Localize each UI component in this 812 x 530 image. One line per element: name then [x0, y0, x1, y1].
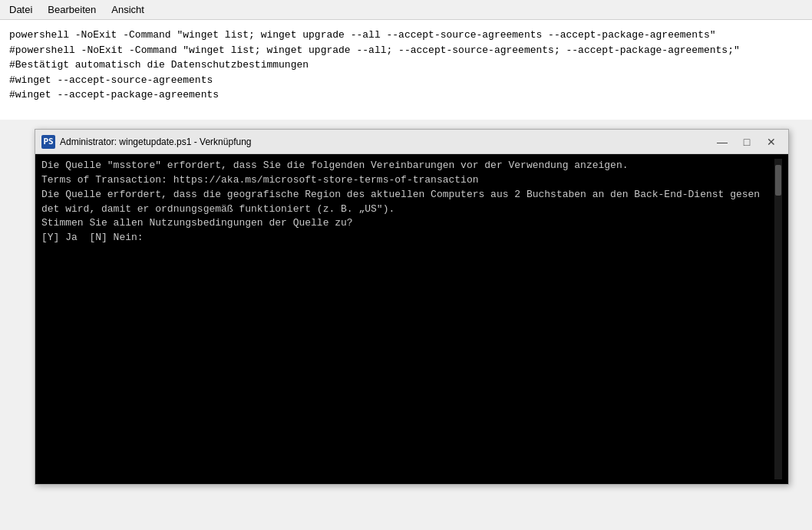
editor-line-3: #Bestätigt automatisch die Datenschutzbe…: [9, 58, 803, 73]
ps-terminal-body[interactable]: Die Quelle "msstore" erfordert, dass Sie…: [35, 154, 788, 484]
ps-terminal-line-6: Stimmen Sie allen Nutzungsbedingungen de…: [41, 216, 773, 231]
menu-datei[interactable]: Datei: [3, 2, 38, 18]
ps-app-icon: PS: [41, 135, 55, 149]
ps-terminal-line-7: [Y] Ja [N] Nein:: [41, 231, 773, 245]
ps-terminal-content: Die Quelle "msstore" erfordert, dass Sie…: [41, 159, 773, 479]
ps-scrollbar-thumb: [775, 165, 781, 196]
ps-terminal-line-3: Die Quelle erfordert, dass die geografis…: [41, 188, 773, 202]
close-button[interactable]: ✕: [761, 134, 782, 150]
ps-scrollbar[interactable]: [774, 159, 782, 479]
minimize-button[interactable]: —: [711, 134, 733, 150]
editor-line-4: #winget --accept-source-agreements: [9, 73, 803, 88]
menu-bearbeiten[interactable]: Bearbeiten: [41, 2, 102, 18]
ps-titlebar: PS Administrator: wingetupdate.ps1 - Ver…: [35, 130, 788, 154]
ps-terminal-line-1: Die Quelle "msstore" erfordert, dass Sie…: [41, 159, 773, 173]
ps-terminal-line-4: det wird, damit er ordnungsgemäß funktio…: [41, 202, 773, 217]
editor-area[interactable]: powershell -NoExit -Command "winget list…: [0, 20, 812, 120]
ps-window: PS Administrator: wingetupdate.ps1 - Ver…: [35, 129, 789, 485]
ps-icon-label: PS: [43, 137, 53, 146]
maximize-button[interactable]: □: [736, 134, 758, 150]
ps-terminal-line-2: Terms of Transaction: https://aka.ms/mic…: [41, 173, 773, 188]
ps-titlebar-controls: — □ ✕: [711, 134, 782, 150]
menu-bar: Datei Bearbeiten Ansicht: [0, 0, 812, 20]
editor-line-5: #winget --accept-package-agreements: [9, 87, 803, 103]
editor-line-1: powershell -NoExit -Command "winget list…: [9, 28, 803, 43]
menu-ansicht[interactable]: Ansicht: [105, 2, 150, 18]
editor-line-2: #powershell -NoExit -Command "winget lis…: [9, 43, 803, 58]
ps-titlebar-left: PS Administrator: wingetupdate.ps1 - Ver…: [41, 135, 251, 149]
ps-title-text: Administrator: wingetupdate.ps1 - Verknü…: [60, 137, 251, 147]
